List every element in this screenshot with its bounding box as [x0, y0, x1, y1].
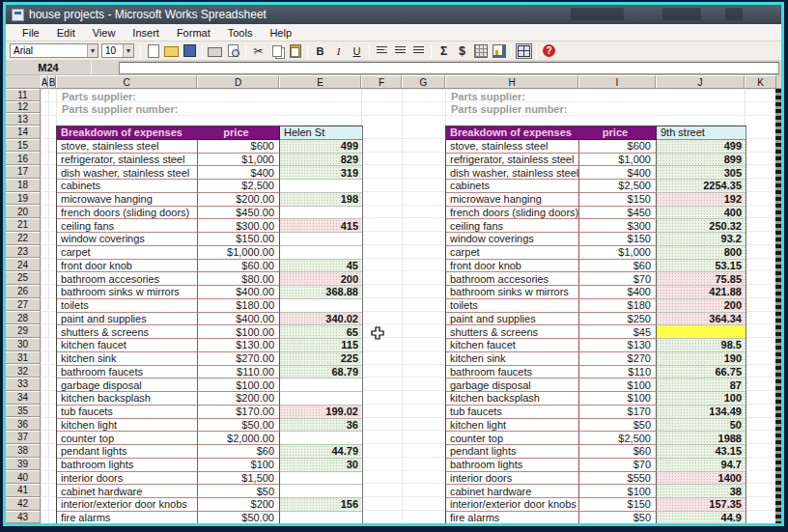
item-cell[interactable]: window coverings [446, 233, 579, 246]
price-cell[interactable]: $50.00 [198, 419, 280, 433]
spreadsheet-grid[interactable]: 1112131415161718192021222324252627282930… [6, 89, 781, 523]
price-cell[interactable]: $80.00 [198, 272, 280, 286]
item-cell[interactable]: counter top [57, 432, 198, 445]
align-left-icon[interactable] [374, 43, 390, 59]
item-cell[interactable]: dish washer, stainless steel [446, 166, 579, 180]
price-cell[interactable]: $100.00 [198, 325, 280, 339]
value-cell[interactable]: 225 [280, 352, 362, 366]
price-cell[interactable]: $130 [579, 339, 657, 352]
price-cell[interactable]: $2,500 [579, 180, 657, 193]
value-cell[interactable]: 75.85 [657, 272, 746, 286]
row-header-14[interactable]: 14 [6, 126, 40, 139]
value-cell[interactable]: 44.9 [657, 512, 746, 523]
font-size-select[interactable]: 10 ▼ [101, 43, 134, 58]
value-cell[interactable]: 87 [657, 378, 746, 392]
row-header-39[interactable]: 39 [6, 458, 40, 471]
item-cell[interactable]: shutters & screens [446, 325, 579, 339]
value-cell[interactable]: 499 [280, 140, 362, 154]
row-header-33[interactable]: 33 [6, 378, 40, 391]
item-cell[interactable]: front door knob [57, 260, 198, 273]
column-header-a[interactable]: A [41, 75, 48, 88]
value-cell[interactable] [280, 246, 362, 260]
price-cell[interactable]: $70 [579, 272, 657, 286]
item-cell[interactable]: ceiling fans [446, 219, 579, 233]
value-cell[interactable]: 115 [280, 339, 362, 352]
value-cell[interactable] [280, 392, 362, 406]
item-cell[interactable]: kitchen faucet [446, 339, 579, 352]
row-header-24[interactable]: 24 [6, 258, 40, 271]
value-cell[interactable]: 368.88 [280, 286, 362, 299]
row-header-34[interactable]: 34 [6, 391, 40, 405]
item-cell[interactable]: toilets [57, 299, 198, 313]
price-cell[interactable]: $1,000 [198, 154, 280, 167]
price-cell[interactable]: $60.00 [198, 260, 280, 273]
item-cell[interactable]: interior doors [57, 472, 198, 486]
underline-icon[interactable] [349, 43, 365, 59]
row-header-40[interactable]: 40 [6, 470, 40, 484]
chart-icon[interactable] [491, 43, 507, 59]
value-cell[interactable]: 45 [280, 260, 362, 273]
font-name-select[interactable]: Arial ▼ [10, 43, 98, 58]
price-cell[interactable]: $110.00 [198, 366, 280, 379]
value-cell[interactable] [657, 325, 746, 339]
item-cell[interactable]: paint and supplies [57, 313, 198, 326]
row-header-22[interactable]: 22 [6, 232, 40, 245]
price-cell[interactable]: $200 [198, 498, 280, 512]
column-header-f[interactable]: F [361, 75, 402, 88]
item-cell[interactable]: kitchen sink [57, 352, 198, 366]
item-cell[interactable]: garbage disposal [57, 378, 198, 392]
price-cell[interactable]: $200.00 [198, 193, 280, 207]
row-header-21[interactable]: 21 [6, 218, 40, 232]
expenses-header-cell[interactable]: Breakdown of expenses [446, 126, 579, 140]
price-cell[interactable]: $50 [579, 512, 657, 523]
row-header-13[interactable]: 13 [6, 113, 40, 126]
item-cell[interactable]: cabinet hardware [57, 485, 198, 498]
value-cell[interactable] [280, 432, 362, 445]
price-cell[interactable]: $400.00 [198, 313, 280, 326]
expenses-header-cell[interactable]: Breakdown of expenses [57, 126, 198, 140]
row-header-31[interactable]: 31 [6, 351, 40, 365]
price-cell[interactable]: $150 [579, 498, 657, 512]
value-cell[interactable]: 65 [280, 325, 362, 339]
item-cell[interactable]: pendant lights [57, 445, 198, 459]
value-cell[interactable]: 340.02 [280, 313, 362, 326]
open-icon[interactable] [163, 43, 180, 59]
item-cell[interactable]: ceiling fans [57, 219, 198, 233]
item-cell[interactable]: interior doors [446, 472, 579, 486]
item-cell[interactable]: carpet [57, 246, 198, 260]
value-cell[interactable]: 66.75 [657, 366, 746, 379]
price-cell[interactable]: $50 [198, 485, 280, 498]
column-header-c[interactable]: C [56, 75, 197, 88]
value-cell[interactable] [280, 299, 362, 313]
value-cell[interactable]: 156 [280, 498, 362, 512]
row-header-17[interactable]: 17 [6, 165, 40, 179]
price-cell[interactable]: $400 [198, 166, 280, 180]
item-cell[interactable]: dish washer, stainless steel [57, 166, 198, 180]
value-cell[interactable] [280, 378, 362, 392]
price-cell[interactable]: $50 [579, 419, 657, 433]
value-cell[interactable]: 1400 [657, 472, 746, 486]
value-cell[interactable]: 198 [280, 193, 362, 207]
item-cell[interactable]: kitchen faucet [57, 339, 198, 352]
italic-icon[interactable] [330, 43, 347, 59]
item-cell[interactable]: shutters & screens [57, 325, 198, 339]
row-header-41[interactable]: 41 [6, 484, 40, 497]
row-header-20[interactable]: 20 [6, 205, 40, 218]
item-cell[interactable]: refrigerator, stainless steel [446, 154, 579, 167]
item-cell[interactable]: carpet [446, 246, 579, 260]
column-header-h[interactable]: H [445, 75, 578, 88]
value-cell[interactable]: 30 [280, 459, 362, 472]
item-cell[interactable]: fire alarms [446, 512, 579, 523]
value-cell[interactable]: 250.32 [657, 219, 746, 233]
price-cell[interactable]: $2,000.00 [198, 432, 280, 445]
price-cell[interactable]: $100 [198, 459, 280, 472]
row-header-19[interactable]: 19 [6, 192, 40, 206]
price-cell[interactable]: $70 [579, 459, 657, 472]
price-cell[interactable]: $110 [579, 366, 657, 379]
value-cell[interactable]: 190 [657, 352, 746, 366]
item-cell[interactable]: front door knob [446, 260, 579, 273]
item-cell[interactable]: bathroom accesories [446, 272, 579, 286]
menu-item-help[interactable]: Help [261, 25, 300, 41]
price-header-cell[interactable]: price [198, 126, 280, 140]
row-header-37[interactable]: 37 [6, 431, 40, 444]
